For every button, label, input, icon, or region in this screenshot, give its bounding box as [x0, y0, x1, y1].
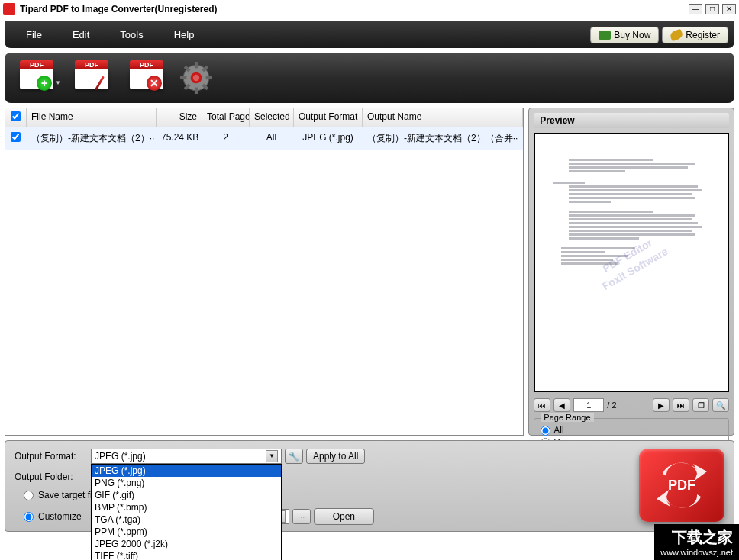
- apply-to-all-button[interactable]: Apply to All: [306, 449, 365, 464]
- open-folder-button[interactable]: Open: [314, 508, 374, 525]
- titlebar: Tipard PDF to Image Converter(Unregister…: [0, 0, 739, 18]
- output-panel: Output Format: JPEG (*.jpg) ▼ 🔧 Apply to…: [5, 440, 734, 532]
- register-button[interactable]: Register: [662, 27, 728, 43]
- svg-point-10: [193, 75, 199, 81]
- svg-rect-4: [206, 76, 212, 79]
- format-option[interactable]: GIF (*.gif): [92, 489, 281, 501]
- format-option[interactable]: BMP (*.bmp): [92, 501, 281, 513]
- remove-pdf-button[interactable]: PDF ✕: [125, 60, 168, 95]
- buy-now-label: Buy Now: [614, 30, 650, 40]
- convert-label: PDF: [668, 478, 695, 494]
- format-option[interactable]: PPM (*.ppm): [92, 526, 281, 538]
- edit-pdf-button[interactable]: PDF: [70, 60, 113, 95]
- browse-button[interactable]: ···: [292, 509, 311, 524]
- svg-rect-3: [180, 76, 186, 79]
- svg-rect-2: [195, 88, 198, 94]
- cell-selected: All: [250, 127, 294, 150]
- page-input[interactable]: [573, 398, 604, 412]
- cell-filename: （复制）-新建文本文档（2）··: [27, 127, 157, 150]
- register-label: Register: [686, 30, 720, 40]
- col-filename[interactable]: File Name: [27, 108, 157, 127]
- key-icon: [670, 28, 684, 41]
- svg-rect-1: [195, 62, 198, 68]
- cell-output-name: （复制）-新建文本文档（2）（合并··: [363, 127, 523, 150]
- first-page-button[interactable]: ⏮: [534, 398, 550, 412]
- close-button[interactable]: ✕: [722, 4, 736, 14]
- prev-page-button[interactable]: ◀: [553, 398, 570, 412]
- col-total-pages[interactable]: Total Pages: [202, 108, 250, 127]
- app-icon: [3, 3, 15, 15]
- settings-button[interactable]: [180, 62, 212, 94]
- next-page-button[interactable]: ▶: [653, 398, 670, 412]
- preview-panel: Preview PDF EditorFoxit Software ⏮ ◀ / 2…: [528, 108, 734, 436]
- menu-help[interactable]: Help: [159, 26, 210, 43]
- x-icon: ✕: [147, 76, 162, 91]
- format-settings-button[interactable]: 🔧: [285, 449, 303, 464]
- preview-controls: ⏮ ◀ / 2 ▶ ⏭ ❐ 🔍: [534, 398, 729, 412]
- output-format-label: Output Format:: [15, 451, 88, 462]
- cart-icon: [599, 31, 611, 40]
- watermark-title: 下载之家: [660, 527, 733, 548]
- watermark: 下载之家 www.windowszj.net: [654, 524, 739, 560]
- format-option[interactable]: PNG (*.png): [92, 477, 281, 489]
- cell-size: 75.24 KB: [157, 127, 202, 150]
- format-option[interactable]: JPEG 2000 (*.j2k): [92, 538, 281, 550]
- main-area: File Name Size Total Pages Selected Page…: [5, 108, 734, 436]
- menu-file[interactable]: File: [11, 26, 57, 43]
- maximize-button[interactable]: □: [705, 4, 719, 14]
- minimize-button[interactable]: —: [689, 4, 702, 14]
- plus-icon: +: [37, 76, 52, 91]
- cell-format: JPEG (*.jpg): [294, 127, 363, 150]
- output-folder-label: Output Folder:: [15, 471, 88, 482]
- watermark-url: www.windowszj.net: [660, 548, 733, 557]
- gear-icon: [180, 62, 212, 94]
- menu-edit[interactable]: Edit: [57, 26, 105, 43]
- col-output-format[interactable]: Output Format: [294, 108, 363, 127]
- copy-page-button[interactable]: ❐: [692, 398, 709, 412]
- convert-button[interactable]: PDF: [639, 449, 724, 522]
- col-size[interactable]: Size: [157, 108, 202, 127]
- menu-tools[interactable]: Tools: [105, 26, 158, 43]
- zoom-button[interactable]: 🔍: [712, 398, 729, 412]
- format-option[interactable]: TIFF (*.tiff): [92, 550, 281, 560]
- preview-title: Preview: [534, 113, 729, 128]
- window-controls: — □ ✕: [689, 4, 736, 14]
- chevron-down-icon[interactable]: ▼: [55, 79, 61, 86]
- col-selected[interactable]: Selected Pages: [250, 108, 294, 127]
- window-title: Tipard PDF to Image Converter(Unregister…: [20, 4, 689, 14]
- col-check-header[interactable]: [5, 108, 27, 127]
- chevron-down-icon[interactable]: ▼: [266, 450, 278, 462]
- add-pdf-button[interactable]: PDF + ▼: [15, 60, 58, 95]
- format-dropdown[interactable]: JPEG (*.jpg) PNG (*.png) GIF (*.gif) BMP…: [91, 464, 282, 560]
- page-total: / 2: [607, 401, 616, 410]
- range-all-radio[interactable]: All: [541, 425, 722, 436]
- last-page-button[interactable]: ⏭: [673, 398, 689, 412]
- file-list-panel: File Name Size Total Pages Selected Page…: [5, 108, 524, 436]
- preview-document: PDF EditorFoxit Software: [534, 133, 729, 392]
- page-range-legend: Page Range: [541, 413, 593, 422]
- output-format-combo[interactable]: JPEG (*.jpg) ▼: [91, 449, 282, 464]
- select-all-checkbox[interactable]: [11, 111, 21, 121]
- output-format-value: JPEG (*.jpg): [95, 451, 146, 462]
- cell-total-pages: 2: [202, 127, 250, 150]
- buy-now-button[interactable]: Buy Now: [590, 27, 659, 43]
- file-list-header: File Name Size Total Pages Selected Page…: [5, 108, 523, 127]
- menubar: File Edit Tools Help Buy Now Register: [5, 21, 734, 48]
- col-output-name[interactable]: Output Name: [363, 108, 523, 127]
- format-option[interactable]: JPEG (*.jpg): [92, 465, 281, 477]
- table-row[interactable]: （复制）-新建文本文档（2）·· 75.24 KB 2 All JPEG (*.…: [5, 127, 523, 150]
- preview-page: PDF EditorFoxit Software: [535, 134, 728, 391]
- row-checkbox[interactable]: [11, 132, 21, 142]
- format-option[interactable]: TGA (*.tga): [92, 513, 281, 526]
- pencil-icon: [92, 76, 107, 91]
- toolbar: PDF + ▼ PDF PDF ✕: [5, 53, 734, 103]
